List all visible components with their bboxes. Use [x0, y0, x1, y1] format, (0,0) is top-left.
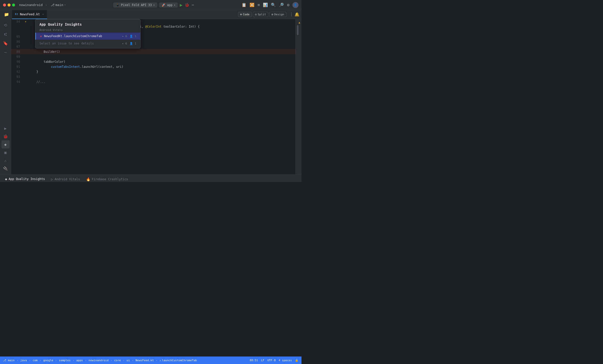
scroll-thumb[interactable]: [297, 25, 298, 35]
git-branch[interactable]: ⎇ main ▾: [51, 3, 66, 7]
debug-button[interactable]: 🐞: [185, 3, 190, 7]
code-line-89: 89: [11, 54, 295, 59]
split-view-button[interactable]: ⊡ Split: [253, 12, 268, 17]
popup-issue-name: NewsFeedKt.launchCustomChromeTab: [44, 34, 120, 38]
main-content: ⟲ ⑆ 🔖 ⋯ ▶ 🐞 ◈ ▣ ⚠ 🔌 84 ★ fun launchCusto…: [0, 19, 302, 174]
popup-section-label: Android Vitals: [35, 27, 140, 33]
sidebar-git-icon[interactable]: ⑆: [2, 30, 10, 38]
code-line-93: 93: [11, 74, 295, 79]
device-selector[interactable]: 📱 Pixel Fold API 33 ▾: [113, 3, 157, 8]
popup-title: App Quality Insights: [35, 19, 140, 27]
more-options-icon[interactable]: ⋮: [289, 12, 293, 17]
tabbar: 📁 Kt NewsFeed.kt ✕ ≡ Code ⊡ Split ⊞ Desi…: [0, 10, 302, 19]
editor-scrollbar[interactable]: ▲: [295, 19, 302, 174]
vitals-tab-icon: ▷: [51, 177, 53, 181]
popup-item-stats: ✦ 6 👤 1: [122, 35, 136, 38]
error-icon: ✕: [40, 34, 42, 38]
design-view-button[interactable]: ⊞ Design: [269, 12, 286, 17]
vcs-icon[interactable]: 📋: [242, 3, 247, 7]
sidebar-more-icon[interactable]: ⋯: [2, 48, 10, 56]
sidebar-debug-icon[interactable]: 🐞: [2, 132, 10, 140]
settings-icon[interactable]: ⚙: [287, 3, 289, 7]
code-line-91: 91 customTabsIntent.launchUrl(context, u…: [11, 64, 295, 69]
panel-tabs: ◈ App Quality Insights ▷ Android Vitals …: [0, 175, 302, 182]
titlebar-center: 📱 Pixel Fold API 33 ▾ 🚀 app ▾ ▶ 🐞 ⋯: [68, 2, 239, 8]
tab-newsfeed[interactable]: Kt NewsFeed.kt ✕: [12, 10, 47, 19]
run-button[interactable]: ▶: [180, 2, 183, 8]
profile-icon[interactable]: 📊: [263, 3, 268, 7]
view-controls: ≡ Code ⊡ Split ⊞ Design ⋮ 🔔: [238, 12, 302, 17]
editor-area[interactable]: 84 ★ fun launchCustomChromeTab(context: …: [11, 19, 295, 174]
tab-close-button[interactable]: ✕: [42, 13, 44, 16]
avatar-icon[interactable]: 👤: [292, 2, 298, 8]
tab-firebase-crashlytics[interactable]: 🔥 Firebase Crashlytics: [83, 175, 131, 182]
warning-marker: ▲: [298, 21, 300, 24]
code-view-button[interactable]: ≡ Code: [238, 12, 252, 17]
folder-icon[interactable]: 📁: [2, 10, 11, 19]
code-line-90: 90 tabBarColor): [11, 59, 295, 64]
project-name[interactable]: nowinandroid ›: [19, 3, 49, 7]
maximize-dot[interactable]: [12, 4, 15, 7]
sidebar-left: ⟲ ⑆ 🔖 ⋯ ▶ 🐞 ◈ ▣ ⚠ 🔌: [0, 19, 11, 174]
code-line-92: 92 }: [11, 69, 295, 74]
app-quality-popup: App Quality Insights Android Vitals ✕ Ne…: [35, 19, 141, 48]
notification-icon[interactable]: 🔔: [294, 12, 299, 17]
bottom-panel: ◈ App Quality Insights ▷ Android Vitals …: [0, 174, 302, 182]
titlebar-actions: 📋 🔀 ≡ 📊 🔍 🔎 ⚙ 👤: [242, 2, 298, 8]
titlebar: nowinandroid › ⎇ main ▾ 📱 Pixel Fold API…: [0, 0, 302, 10]
sidebar-run-icon[interactable]: ▶: [2, 124, 10, 132]
window-controls: [3, 4, 15, 7]
popup-placeholder: Select an issue to see details ✦ 6 👤 1: [35, 40, 140, 48]
sidebar-problems-icon[interactable]: ⚠: [2, 156, 10, 164]
code-line-94: 94 //...: [11, 79, 295, 84]
diff-icon[interactable]: ≡: [258, 3, 260, 7]
close-dot[interactable]: [3, 4, 6, 7]
tab-android-vitals[interactable]: ▷ Android Vitals: [48, 175, 83, 182]
tab-app-quality-insights[interactable]: ◈ App Quality Insights: [2, 175, 48, 182]
sidebar-quality-icon[interactable]: ◈: [2, 140, 10, 148]
minimize-dot[interactable]: [8, 4, 11, 7]
search-icon[interactable]: 🔎: [279, 3, 284, 7]
app-selector[interactable]: 🚀 app ▾: [159, 3, 178, 8]
git-icon[interactable]: 🔀: [250, 3, 255, 7]
sidebar-plugins-icon[interactable]: 🔌: [2, 164, 10, 172]
sidebar-recent-icon[interactable]: ⟲: [2, 21, 10, 29]
sidebar-bookmark-icon[interactable]: 🔖: [2, 39, 10, 47]
code-line-88: 88 Builder(): [11, 49, 295, 54]
quality-tab-icon: ◈: [5, 177, 7, 181]
popup-issue-item[interactable]: ✕ NewsFeedKt.launchCustomChromeTab ✦ 6 👤…: [35, 33, 140, 40]
sidebar-terminal-icon[interactable]: ▣: [2, 148, 10, 156]
more-button[interactable]: ⋯: [192, 3, 194, 7]
inspect-icon[interactable]: 🔍: [271, 3, 276, 7]
firebase-tab-icon: 🔥: [86, 177, 90, 181]
scroll-track[interactable]: [297, 20, 299, 174]
